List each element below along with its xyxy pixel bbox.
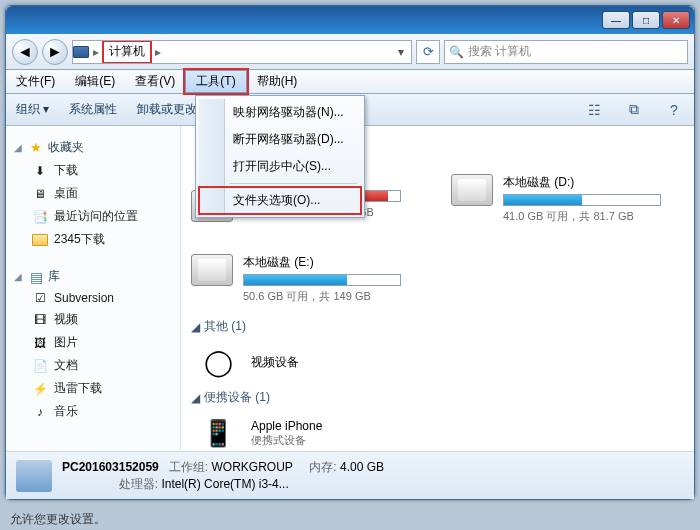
sidebar-item-thunder[interactable]: ⚡迅雷下载 — [10, 377, 176, 400]
sidebar-item-desktop[interactable]: 🖥桌面 — [10, 182, 176, 205]
menu-view[interactable]: 查看(V) — [125, 70, 185, 93]
drive-icon — [191, 254, 233, 286]
usage-bar — [243, 274, 401, 286]
section-portable[interactable]: ◢便携设备 (1) — [191, 389, 684, 406]
organize-button[interactable]: 组织 ▾ — [16, 101, 49, 118]
drive-e[interactable]: 本地磁盘 (E:) 50.6 GB 可用，共 149 GB — [191, 254, 401, 304]
back-button[interactable]: ◄ — [12, 39, 38, 65]
svn-icon: ☑ — [32, 291, 48, 305]
menu-help[interactable]: 帮助(H) — [247, 70, 308, 93]
picture-icon: 🖼 — [32, 336, 48, 350]
maximize-button[interactable]: □ — [632, 11, 660, 29]
desktop-icon: 🖥 — [32, 187, 48, 201]
nav-pane: ◢★收藏夹 ⬇下载 🖥桌面 📑最近访问的位置 2345下载 ◢▤库 ☑Subve… — [6, 126, 181, 451]
item-label: 视频设备 — [251, 354, 299, 371]
forward-button[interactable]: ► — [42, 39, 68, 65]
properties-button[interactable]: 系统属性 — [69, 101, 117, 118]
details-pane: PC201603152059 工作组: WORKGROUP 内存: 4.00 G… — [6, 451, 694, 499]
webcam-icon: ◯ — [197, 343, 239, 381]
usage-bar — [503, 194, 661, 206]
search-placeholder: 搜索 计算机 — [468, 43, 531, 60]
video-icon: 🎞 — [32, 313, 48, 327]
menu-disconnect-drive[interactable]: 断开网络驱动器(D)... — [199, 126, 361, 153]
menu-bar: 文件(F) 编辑(E) 查看(V) 工具(T) 帮助(H) — [6, 70, 694, 94]
caption-buttons: — □ ✕ — [602, 11, 690, 29]
breadcrumb[interactable]: ▸ 计算机 ▸ ▾ — [72, 40, 412, 64]
search-icon: 🔍 — [449, 45, 464, 59]
crumb-sep: ▸ — [89, 45, 103, 59]
drive-icon — [451, 174, 493, 206]
sidebar-item-2345[interactable]: 2345下载 — [10, 228, 176, 251]
history-dropdown[interactable]: ▾ — [391, 45, 411, 59]
music-icon: ♪ — [32, 405, 48, 419]
sidebar-library[interactable]: ◢▤库 — [10, 265, 176, 288]
sidebar-item-recent[interactable]: 📑最近访问的位置 — [10, 205, 176, 228]
sidebar-item-downloads[interactable]: ⬇下载 — [10, 159, 176, 182]
menu-edit[interactable]: 编辑(E) — [65, 70, 125, 93]
sidebar-item-video[interactable]: 🎞视频 — [10, 308, 176, 331]
item-iphone[interactable]: 📱 Apple iPhone 便携式设备 — [197, 414, 684, 451]
menu-file[interactable]: 文件(F) — [6, 70, 65, 93]
folder-icon — [32, 234, 48, 246]
close-button[interactable]: ✕ — [662, 11, 690, 29]
help-icon[interactable]: ? — [664, 102, 684, 118]
item-sub: 便携式设备 — [251, 433, 322, 448]
menu-sync-center[interactable]: 打开同步中心(S)... — [199, 153, 361, 180]
recent-icon: 📑 — [32, 210, 48, 224]
sidebar-item-svn[interactable]: ☑Subversion — [10, 288, 176, 308]
minimize-button[interactable]: — — [602, 11, 630, 29]
search-input[interactable]: 🔍 搜索 计算机 — [444, 40, 688, 64]
drive-d[interactable]: 本地磁盘 (D:) 41.0 GB 可用，共 81.7 GB — [451, 174, 661, 224]
titlebar: — □ ✕ — [6, 6, 694, 34]
tools-dropdown: 映射网络驱动器(N)... 断开网络驱动器(D)... 打开同步中心(S)...… — [195, 95, 365, 218]
crumb-computer[interactable]: 计算机 — [103, 41, 151, 63]
view-layout-icon[interactable]: ☷ — [584, 102, 604, 118]
explorer-window: — □ ✕ ◄ ► ▸ 计算机 ▸ ▾ ⟳ 🔍 搜索 计算机 文件(F) 编辑(… — [5, 5, 695, 500]
drive-sub: 41.0 GB 可用，共 81.7 GB — [503, 209, 661, 224]
refresh-button[interactable]: ⟳ — [416, 40, 440, 64]
pc-name: PC201603152059 — [62, 460, 159, 474]
drive-label: 本地磁盘 (E:) — [243, 254, 401, 271]
library-icon: ▤ — [28, 270, 44, 284]
drive-sub: 50.6 GB 可用，共 149 GB — [243, 289, 401, 304]
document-icon: 📄 — [32, 359, 48, 373]
sidebar-item-documents[interactable]: 📄文档 — [10, 354, 176, 377]
sidebar-favorites[interactable]: ◢★收藏夹 — [10, 136, 176, 159]
star-icon: ★ — [28, 141, 44, 155]
computer-icon — [73, 46, 89, 58]
sidebar-item-pictures[interactable]: 🖼图片 — [10, 331, 176, 354]
phone-icon: 📱 — [197, 414, 239, 451]
section-other[interactable]: ◢其他 (1) — [191, 318, 684, 335]
download-icon: ⬇ — [32, 164, 48, 178]
menu-map-drive[interactable]: 映射网络驱动器(N)... — [199, 99, 361, 126]
computer-large-icon — [16, 460, 52, 492]
item-webcam[interactable]: ◯ 视频设备 — [197, 343, 684, 381]
menu-separator — [229, 183, 357, 184]
preview-pane-icon[interactable]: ⧉ — [624, 102, 644, 118]
sidebar-item-music[interactable]: ♪音乐 — [10, 400, 176, 423]
item-label: Apple iPhone — [251, 419, 322, 433]
crumb-sep-2: ▸ — [151, 45, 165, 59]
nav-bar: ◄ ► ▸ 计算机 ▸ ▾ ⟳ 🔍 搜索 计算机 — [6, 34, 694, 70]
thunder-icon: ⚡ — [32, 382, 48, 396]
menu-folder-options[interactable]: 文件夹选项(O)... — [199, 187, 361, 214]
drive-label: 本地磁盘 (D:) — [503, 174, 661, 191]
menu-tools[interactable]: 工具(T) — [185, 70, 246, 93]
status-bar: 允许您更改设置。 — [10, 511, 106, 528]
